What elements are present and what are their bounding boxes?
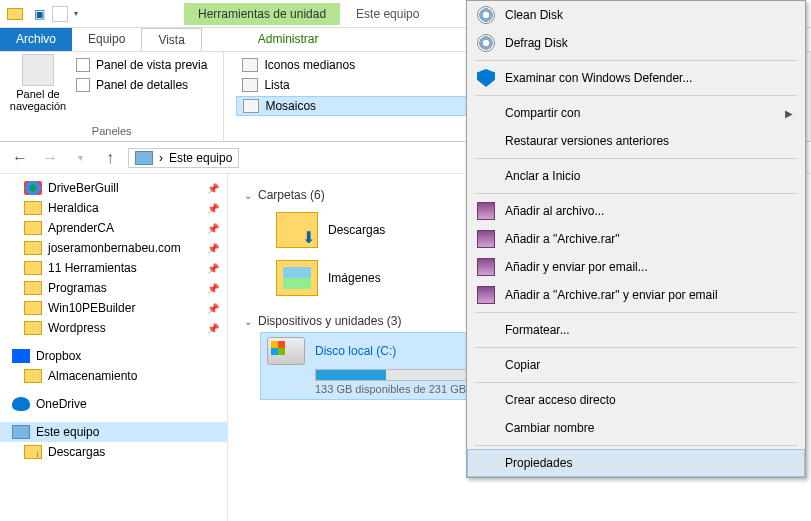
- shield-icon: [477, 69, 495, 87]
- sidebar-item-downloads[interactable]: Descargas: [0, 442, 227, 462]
- images-folder-icon: [276, 260, 318, 296]
- layout-label: Iconos medianos: [264, 58, 355, 72]
- sidebar-item-wordpress[interactable]: Wordpress📌: [0, 318, 227, 338]
- ctx-label: Copiar: [505, 358, 540, 372]
- folder-icon: [24, 261, 42, 275]
- ctx-label: Añadir al archivo...: [505, 204, 604, 218]
- nav-forward-button[interactable]: →: [38, 149, 62, 167]
- layout-label: Lista: [264, 78, 289, 92]
- ctx-separator: [475, 60, 797, 61]
- ctx-shortcut[interactable]: Crear acceso directo: [467, 386, 805, 414]
- disk-icon: [477, 6, 495, 24]
- sidebar-label: Heraldica: [48, 201, 99, 215]
- ctx-label: Añadir a "Archive.rar" y enviar por emai…: [505, 288, 718, 302]
- tab-manage[interactable]: Administrar: [242, 28, 335, 51]
- drive-tile-c[interactable]: Disco local (C:) 133 GB disponibles de 2…: [260, 332, 490, 400]
- blank-icon: [477, 356, 495, 374]
- ctx-defrag-disk[interactable]: Defrag Disk: [467, 29, 805, 57]
- context-menu: Clean Disk Defrag Disk Examinar con Wind…: [466, 0, 806, 478]
- sidebar-label: DriveBerGuill: [48, 181, 119, 195]
- ctx-label: Restaurar versiones anteriores: [505, 134, 669, 148]
- ctx-restore[interactable]: Restaurar versiones anteriores: [467, 127, 805, 155]
- nav-pane-icon: [22, 54, 54, 86]
- ctx-label: Clean Disk: [505, 8, 563, 22]
- ctx-label: Compartir con: [505, 106, 580, 120]
- qat-folder-icon[interactable]: [4, 3, 26, 25]
- sidebar-item-onedrive[interactable]: OneDrive: [0, 394, 227, 414]
- dropbox-icon: [12, 349, 30, 363]
- sidebar-item-win10pe[interactable]: Win10PEBuilder📌: [0, 298, 227, 318]
- folder-tile-images[interactable]: Imágenes: [268, 254, 468, 302]
- sidebar-label: joseramonbernabeu.com: [48, 241, 181, 255]
- folder-tile-downloads[interactable]: Descargas: [268, 206, 468, 254]
- tab-home[interactable]: Equipo: [72, 28, 141, 51]
- sidebar-item-storage[interactable]: Almacenamiento: [0, 366, 227, 386]
- tab-file[interactable]: Archivo: [0, 28, 72, 51]
- devices-header-label: Dispositivos y unidades (3): [258, 314, 401, 328]
- pin-icon: 📌: [207, 263, 219, 274]
- sidebar-item-driveberguill[interactable]: DriveBerGuill📌: [0, 178, 227, 198]
- sidebar-item-thispc[interactable]: Este equipo: [0, 422, 227, 442]
- downloads-folder-icon: [276, 212, 318, 248]
- nav-pane-button[interactable]: Panel de navegación: [8, 54, 68, 112]
- drive-c-name: Disco local (C:): [315, 344, 396, 358]
- ctx-email[interactable]: Añadir y enviar por email...: [467, 253, 805, 281]
- sidebar-item-dropbox[interactable]: Dropbox: [0, 346, 227, 366]
- address-bar[interactable]: › Este equipo: [128, 148, 239, 168]
- ctx-rename[interactable]: Cambiar nombre: [467, 414, 805, 442]
- nav-pane-label: Panel de navegación: [10, 88, 66, 112]
- folder-icon: [24, 201, 42, 215]
- folder-name: Descargas: [328, 223, 385, 237]
- list-icon: [242, 78, 258, 92]
- folder-icon: [24, 321, 42, 335]
- ctx-rar-email[interactable]: Añadir a "Archive.rar" y enviar por emai…: [467, 281, 805, 309]
- ctx-format[interactable]: Formatear...: [467, 316, 805, 344]
- folder-icon: [24, 301, 42, 315]
- ctx-copy[interactable]: Copiar: [467, 351, 805, 379]
- sidebar-item-heraldica[interactable]: Heraldica📌: [0, 198, 227, 218]
- ctx-label: Examinar con Windows Defender...: [505, 71, 692, 85]
- qat-dropdown-icon[interactable]: ▾: [70, 9, 82, 18]
- preview-pane-button[interactable]: Panel de vista previa: [72, 56, 211, 74]
- downloads-icon: [24, 445, 42, 459]
- folder-icon: [24, 221, 42, 235]
- sidebar-item-11herramientas[interactable]: 11 Herramientas📌: [0, 258, 227, 278]
- ctx-defender[interactable]: Examinar con Windows Defender...: [467, 64, 805, 92]
- group-label-panels: Paneles: [8, 123, 215, 139]
- ctx-label: Añadir a "Archive.rar": [505, 232, 620, 246]
- sidebar-item-joseramon[interactable]: joseramonbernabeu.com📌: [0, 238, 227, 258]
- ctx-add-rar[interactable]: Añadir a "Archive.rar": [467, 225, 805, 253]
- nav-up-button[interactable]: ↑: [98, 149, 122, 167]
- sidebar-label: OneDrive: [36, 397, 87, 411]
- ctx-clean-disk[interactable]: Clean Disk: [467, 1, 805, 29]
- address-location: Este equipo: [169, 151, 232, 165]
- ctx-pin-start[interactable]: Anclar a Inicio: [467, 162, 805, 190]
- qat-new-icon[interactable]: [52, 6, 68, 22]
- sidebar-label: AprenderCA: [48, 221, 114, 235]
- sidebar-label: Descargas: [48, 445, 105, 459]
- pin-icon: 📌: [207, 203, 219, 214]
- blank-icon: [477, 419, 495, 437]
- qat-properties-icon[interactable]: ▣: [28, 3, 50, 25]
- rar-icon: [477, 286, 495, 304]
- onedrive-icon: [12, 397, 30, 411]
- ctx-share[interactable]: Compartir con▶: [467, 99, 805, 127]
- blank-icon: [477, 321, 495, 339]
- details-pane-label: Panel de detalles: [96, 78, 188, 92]
- rar-icon: [477, 230, 495, 248]
- ctx-label: Añadir y enviar por email...: [505, 260, 648, 274]
- nav-back-button[interactable]: ←: [8, 149, 32, 167]
- sidebar-item-programas[interactable]: Programas📌: [0, 278, 227, 298]
- details-pane-button[interactable]: Panel de detalles: [72, 76, 211, 94]
- tab-view[interactable]: Vista: [141, 28, 201, 51]
- ctx-label: Cambiar nombre: [505, 421, 594, 435]
- ctx-add-archive[interactable]: Añadir al archivo...: [467, 197, 805, 225]
- drive-c-usage-bar: [315, 369, 483, 381]
- ctx-properties[interactable]: Propiedades: [467, 449, 805, 477]
- pin-icon: 📌: [207, 223, 219, 234]
- sidebar-item-aprenderca[interactable]: AprenderCA📌: [0, 218, 227, 238]
- disk-icon: [477, 34, 495, 52]
- nav-history-dropdown[interactable]: ▾: [68, 152, 92, 163]
- pin-icon: 📌: [207, 283, 219, 294]
- medium-icons-icon: [242, 58, 258, 72]
